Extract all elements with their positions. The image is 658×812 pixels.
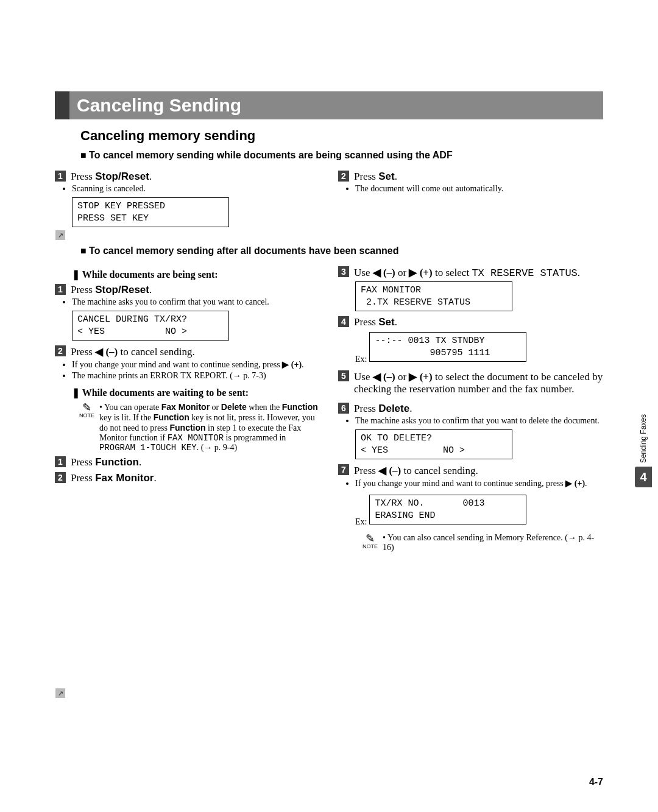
chapter-label: Sending Faxes [639, 414, 648, 463]
step-1b: 1 Press Function. [55, 456, 320, 468]
key-name: ◀ (–) [378, 465, 401, 476]
note-icon: ✎NOTE [79, 402, 94, 453]
bullet: The machine asks you to confirm that you… [355, 416, 603, 426]
step-number-icon: 2 [55, 472, 66, 483]
txt: Use [354, 371, 373, 383]
txt: Press [71, 456, 95, 468]
bullet-list: If you change your mind and want to cont… [355, 478, 603, 489]
txt: If you change your mind and want to cont… [72, 360, 282, 369]
bullet-list: Scanning is canceled. [72, 184, 320, 194]
step-7: 7 Press ◀ (–) to cancel sending. [338, 464, 603, 477]
note-block: ✎NOTE • You can also cancel sending in M… [363, 533, 603, 553]
step-text: Press Stop/Reset. [71, 171, 320, 183]
key-name: Set [378, 171, 394, 182]
key-name: ◀ (–) [373, 267, 395, 278]
section-title-bar: Canceling Sending [55, 91, 603, 119]
step-text: Press Stop/Reset. [71, 284, 320, 296]
bullet: The machine prints an ERROR TX REPORT. (… [72, 371, 320, 381]
bullet-list: The machine asks you to confirm that you… [355, 416, 603, 426]
step-1: 1 Press Stop/Reset. [55, 284, 320, 296]
txt: You can also cancel sending in Memory Re… [383, 533, 594, 552]
bullet-list: The document will come out automatically… [355, 184, 603, 194]
bullet: The machine asks you to confirm that you… [72, 297, 320, 307]
txt: If you change your mind and want to cont… [355, 479, 565, 488]
txt: You can operate [104, 403, 161, 412]
subheading: Canceling memory sending [80, 128, 603, 144]
step-2b: 2 Press Fax Monitor. [55, 472, 320, 484]
txt: or [210, 403, 221, 412]
txt: . [302, 360, 304, 369]
txt: Press [354, 171, 378, 182]
step-text: Press Set. [354, 171, 603, 183]
lcd-display: TX/RX NO. 0013 ERASING END [369, 495, 526, 524]
note-icon: ✎NOTE [363, 533, 378, 553]
step-text: Press Set. [354, 316, 603, 328]
txt: Press [71, 171, 95, 182]
key-name: Function [95, 456, 139, 468]
txt: is programmed in [224, 433, 286, 442]
txt: to cancel sending. [401, 465, 478, 476]
key-name: Stop/Reset [95, 171, 149, 182]
step-3: 3 Use ◀ (–) or ▶ (+) to select TX RESERV… [338, 266, 603, 279]
step-5: 5 Use ◀ (–) or ▶ (+) to select the docum… [338, 370, 603, 395]
txt: . [585, 479, 587, 488]
step-text: Press Function. [71, 456, 320, 468]
note-text: • You can also cancel sending in Memory … [383, 533, 603, 553]
key-name: Stop/Reset [95, 284, 149, 295]
step-number-icon: 7 [338, 464, 349, 475]
txt: Press [354, 403, 378, 414]
note-text: • You can operate Fax Monitor or Delete … [99, 402, 320, 453]
txt: . [395, 316, 397, 328]
lcd-display: STOP KEY PRESSED PRESS SET KEY [72, 197, 229, 227]
step-number-icon: 1 [55, 456, 66, 467]
example-label: Ex: [355, 517, 367, 527]
key-name: ◀ (–) [95, 346, 118, 358]
txt: . [139, 456, 141, 468]
step-2: 2 Press ◀ (–) to cancel sending. [55, 345, 320, 358]
bullet: If you change your mind and want to cont… [355, 478, 603, 489]
lcd-example: Ex: TX/RX NO. 0013 ERASING END [355, 492, 603, 529]
txt: to cancel sending. [118, 346, 195, 358]
mono-text: FAX MONITOR [168, 433, 224, 443]
chapter-number: 4 [635, 467, 652, 487]
key-name: ▶ (+) [282, 360, 302, 369]
txt: Press [354, 316, 378, 328]
step-1-adf: 1 Press Stop/Reset. [55, 171, 320, 183]
key-name: Function [154, 412, 189, 422]
note-label: NOTE [363, 544, 378, 549]
txt: Press [71, 346, 95, 358]
step-number-icon: 1 [55, 284, 66, 295]
title-mark [55, 91, 69, 119]
step-text: Press ◀ (–) to cancel sending. [71, 345, 320, 358]
step-text: Use ◀ (–) or ▶ (+) to select TX RESERVE … [354, 266, 603, 279]
step-number-icon: 1 [55, 171, 66, 182]
txt: . (→ p. 9-4) [197, 443, 238, 452]
key-name: Delete [378, 403, 409, 414]
key-name: Fax Monitor [161, 402, 210, 412]
txt: . [149, 284, 152, 295]
step-4: 4 Press Set. [338, 316, 603, 328]
bullet: The document will come out automatically… [355, 184, 603, 194]
lcd-display: CANCEL DURING TX/RX? < YES NO > [72, 311, 229, 341]
txt: when the [247, 403, 282, 412]
note-label: NOTE [79, 413, 94, 418]
key-name: ▶ (+) [409, 371, 432, 383]
step-number-icon: 5 [338, 370, 349, 381]
txt: Press [71, 472, 95, 484]
page-number: 4-7 [589, 777, 603, 788]
txt: . [154, 472, 157, 484]
step-text: Use ◀ (–) or ▶ (+) to select the documen… [354, 370, 603, 395]
key-name: Function [282, 402, 318, 412]
key-name: ◀ (–) [373, 371, 395, 383]
sub-section-adf: To cancel memory sending while documents… [80, 150, 603, 161]
step-text: Press Fax Monitor. [71, 472, 320, 484]
txt: to select [433, 267, 472, 278]
step-6: 6 Press Delete. [338, 403, 603, 415]
step-number-icon: 3 [338, 266, 349, 277]
step-text: Press ◀ (–) to cancel sending. [354, 464, 603, 477]
continuation-icon: ↗ [55, 230, 65, 240]
txt: . [578, 267, 580, 278]
key-name: Delete [221, 402, 247, 412]
section-title: Canceling Sending [69, 91, 603, 119]
step-2-adf: 2 Press Set. [338, 171, 603, 183]
